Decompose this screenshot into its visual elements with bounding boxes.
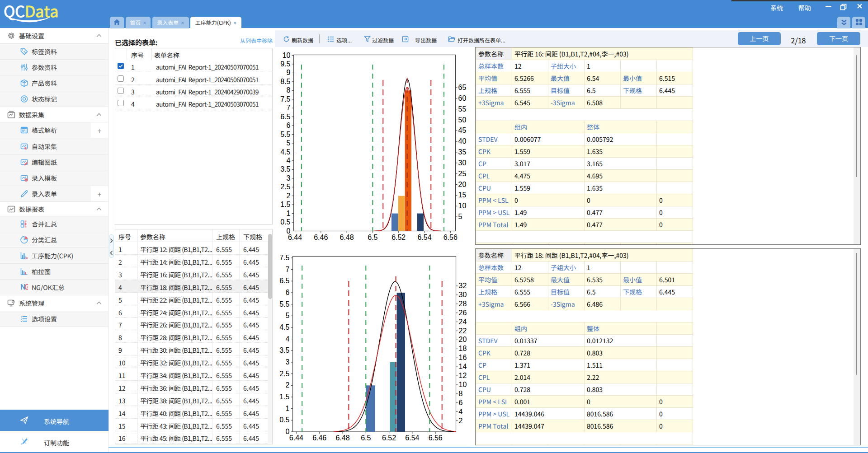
svg-text:6.54: 6.54 — [417, 234, 431, 241]
svg-text:2.5: 2.5 — [279, 370, 289, 378]
svg-text:6.52: 6.52 — [392, 234, 406, 241]
svg-text:7.5: 7.5 — [279, 254, 289, 262]
svg-text:6.56: 6.56 — [429, 434, 443, 442]
svg-text:4: 4 — [286, 335, 290, 343]
svg-text:6.5: 6.5 — [280, 113, 290, 121]
svg-text:CPK: CPK — [24, 257, 28, 260]
svg-text:32: 32 — [459, 282, 467, 290]
svg-text:6: 6 — [459, 399, 463, 406]
svg-text:3.5: 3.5 — [279, 346, 289, 354]
svg-text:30: 30 — [459, 291, 467, 299]
svg-text:8: 8 — [459, 390, 463, 397]
svg-text:2: 2 — [286, 381, 290, 389]
svg-text:0.5: 0.5 — [279, 416, 289, 424]
svg-text:6.46: 6.46 — [314, 234, 328, 241]
svg-text:9: 9 — [287, 69, 291, 76]
svg-text:7: 7 — [287, 104, 291, 112]
svg-text:2.5: 2.5 — [280, 183, 290, 191]
svg-text:35: 35 — [458, 148, 467, 156]
svg-text:6.56: 6.56 — [443, 234, 458, 241]
svg-text:2: 2 — [459, 417, 463, 425]
svg-text:1.5: 1.5 — [279, 393, 289, 401]
svg-text:8.5: 8.5 — [280, 78, 290, 85]
svg-text:4: 4 — [459, 408, 463, 416]
svg-text:9.5: 9.5 — [280, 60, 290, 68]
svg-text:7.5: 7.5 — [280, 95, 290, 103]
svg-text:50: 50 — [458, 116, 467, 124]
svg-text:1: 1 — [286, 405, 290, 412]
svg-text:30: 30 — [458, 159, 467, 167]
svg-text:22: 22 — [459, 327, 467, 335]
svg-text:6.48: 6.48 — [335, 434, 349, 442]
svg-text:4: 4 — [287, 157, 291, 164]
svg-text:24: 24 — [459, 318, 467, 326]
svg-text:5: 5 — [458, 213, 462, 220]
svg-text:8: 8 — [287, 86, 291, 94]
svg-text:6.52: 6.52 — [382, 434, 396, 442]
svg-text:1: 1 — [287, 210, 291, 217]
svg-text:55: 55 — [458, 105, 467, 113]
svg-text:2: 2 — [287, 192, 291, 200]
svg-text:14: 14 — [459, 363, 467, 370]
svg-text:5.5: 5.5 — [279, 300, 289, 308]
svg-text:5: 5 — [286, 312, 290, 319]
svg-text:26: 26 — [459, 309, 467, 317]
svg-text:6: 6 — [287, 121, 291, 129]
svg-text:60: 60 — [458, 94, 467, 102]
svg-text:10: 10 — [283, 51, 291, 59]
svg-text:6.5: 6.5 — [279, 277, 289, 285]
svg-text:6.46: 6.46 — [312, 434, 326, 442]
svg-text:10: 10 — [459, 381, 467, 388]
svg-text:6.54: 6.54 — [405, 434, 419, 442]
svg-text:18: 18 — [459, 345, 467, 352]
svg-text:25: 25 — [458, 170, 467, 177]
svg-text:65: 65 — [458, 84, 467, 91]
svg-text:40: 40 — [458, 137, 467, 145]
svg-text:6.5: 6.5 — [368, 234, 377, 241]
svg-text:28: 28 — [459, 300, 467, 308]
svg-text:4.5: 4.5 — [280, 148, 290, 156]
svg-text:12: 12 — [459, 372, 467, 379]
svg-text:5: 5 — [287, 139, 291, 147]
svg-text:G: G — [24, 284, 28, 291]
svg-text:20: 20 — [458, 181, 467, 188]
svg-text:20: 20 — [459, 336, 467, 343]
svg-text:3: 3 — [286, 358, 290, 366]
svg-text:6.44: 6.44 — [288, 234, 302, 241]
svg-text:6.48: 6.48 — [340, 234, 354, 241]
svg-text:4.5: 4.5 — [279, 323, 289, 331]
svg-text:5.5: 5.5 — [280, 131, 290, 138]
svg-text:10: 10 — [458, 202, 467, 210]
svg-text:15: 15 — [458, 191, 467, 199]
svg-text:0.5: 0.5 — [280, 218, 290, 226]
svg-text:6.44: 6.44 — [289, 434, 303, 442]
svg-text:3: 3 — [287, 174, 291, 182]
svg-text:3.5: 3.5 — [280, 165, 290, 173]
svg-text:6: 6 — [286, 289, 290, 296]
svg-text:45: 45 — [458, 126, 467, 134]
svg-text:6.5: 6.5 — [361, 434, 371, 442]
svg-text:7: 7 — [286, 266, 290, 273]
svg-text:1.5: 1.5 — [280, 201, 290, 208]
svg-text:16: 16 — [459, 354, 467, 361]
